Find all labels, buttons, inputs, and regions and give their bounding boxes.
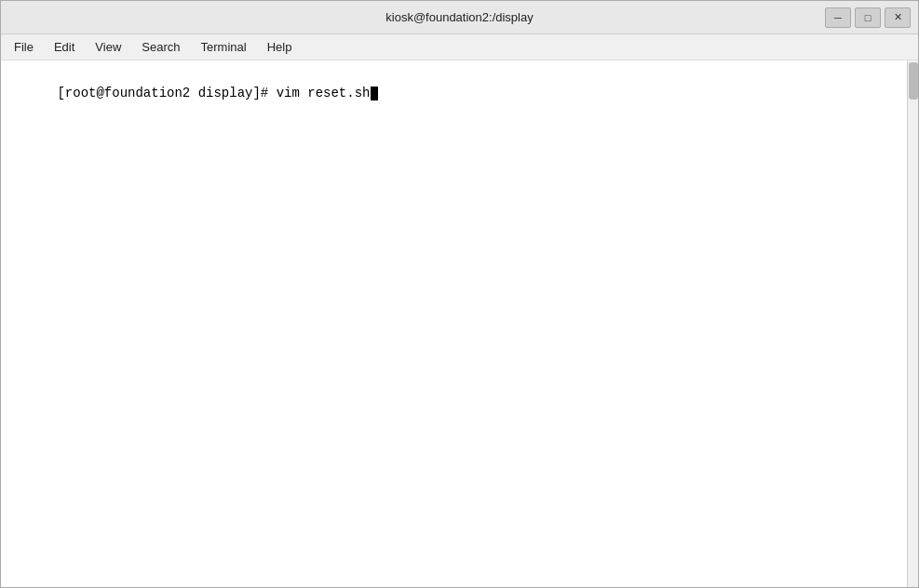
terminal-window: kiosk@foundation2:/display ─ □ ✕ File Ed… [0,0,919,588]
menu-help[interactable]: Help [258,37,302,57]
menu-file[interactable]: File [5,37,43,57]
terminal-body[interactable]: [root@foundation2 display]# vim reset.sh [1,60,918,587]
close-button[interactable]: ✕ [885,7,911,28]
menu-view[interactable]: View [86,37,130,57]
scrollbar-thumb[interactable] [909,62,918,100]
title-bar: kiosk@foundation2:/display ─ □ ✕ [1,1,918,34]
menu-terminal[interactable]: Terminal [192,37,256,57]
terminal-cursor [371,87,378,100]
menu-search[interactable]: Search [132,37,189,57]
menu-bar: File Edit View Search Terminal Help [1,34,918,60]
scrollbar[interactable] [907,60,918,587]
minimize-button[interactable]: ─ [825,7,851,28]
window-title: kiosk@foundation2:/display [385,10,533,24]
maximize-button[interactable]: □ [855,7,881,28]
terminal-prompt: [root@foundation2 display]# vim reset.sh [57,86,370,100]
terminal-prompt-line: [root@foundation2 display]# vim reset.sh [10,66,909,121]
title-bar-controls: ─ □ ✕ [825,7,911,28]
menu-edit[interactable]: Edit [45,37,84,57]
